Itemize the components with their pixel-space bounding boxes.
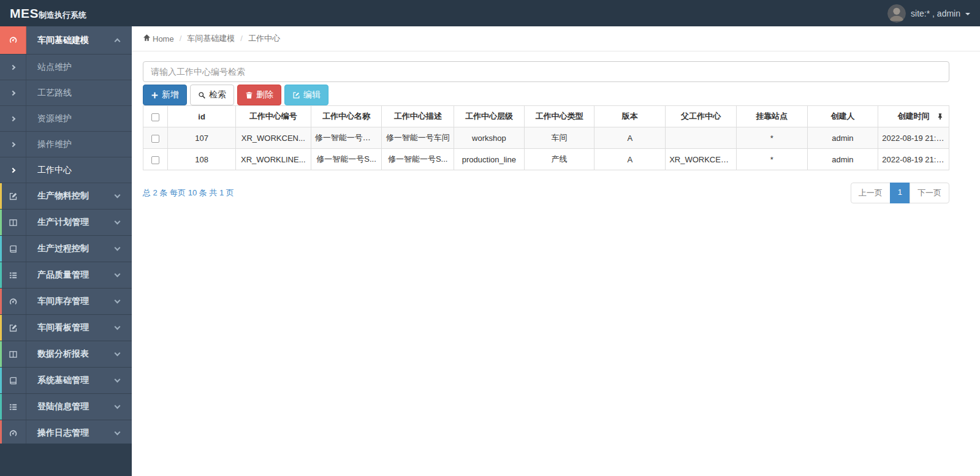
list-icon [0, 394, 26, 420]
sidebar-group-3[interactable]: 生产过程控制 [0, 236, 132, 262]
pencil-icon [0, 315, 26, 341]
sidebar-group-label: 车间看板管理 [26, 322, 115, 333]
breadcrumb-home[interactable]: Home [143, 34, 174, 43]
table-row: 108XR_WORKLINE...修一智能一号S...修一智能一号S...pro… [143, 149, 949, 170]
table-header: id工作中心编号工作中心名称工作中心描述工作中心层级工作中心类型版本父工作中心挂… [143, 106, 949, 127]
accent-strip [0, 183, 2, 209]
sidebar-item-0-3[interactable]: 操作维护 [0, 132, 132, 157]
sidebar-group-5[interactable]: 车间库存管理 [0, 289, 132, 315]
sidebar-item-label: 站点维护 [26, 62, 72, 73]
topbar: MES制造执行系统 site:* , admin [0, 0, 980, 26]
select-all-cell [143, 106, 168, 127]
sidebar-group-label: 产品质量管理 [26, 270, 115, 281]
breadcrumb-item: 工作中心 [248, 34, 280, 43]
sidebar-group-8[interactable]: 系统基础管理 [0, 368, 132, 394]
column-header: 工作中心层级 [454, 106, 525, 127]
chevron-down-icon [115, 429, 121, 435]
sidebar-item-label: 工艺路线 [26, 88, 72, 99]
sidebar-item-0-2[interactable]: 资源维护 [0, 106, 132, 132]
sidebar-group-label: 生产过程控制 [26, 243, 115, 254]
sidebar-group-6[interactable]: 车间看板管理 [0, 315, 132, 341]
chevron-down-icon [115, 402, 121, 409]
row-select-cell [143, 149, 168, 170]
pencil-icon [0, 183, 26, 209]
chevron-right-icon [0, 80, 26, 105]
table-cell: * [736, 149, 807, 170]
table-cell: 修一智能一号S... [382, 149, 454, 170]
table-cell: 修一智能一号S... [311, 149, 382, 170]
sidebar-group-7[interactable]: 数据分析报表 [0, 341, 132, 368]
accent-strip [0, 341, 2, 367]
accent-strip [0, 394, 2, 420]
sidebar-group-1[interactable]: 生产物料控制 [0, 183, 132, 210]
row-checkbox[interactable] [151, 135, 159, 143]
dashboard-icon [0, 26, 26, 54]
edit-button[interactable]: 编辑 [284, 85, 329, 105]
user-menu[interactable]: site:* , admin [887, 4, 970, 23]
chevron-right-icon [0, 106, 26, 131]
table-cell: 修一智能一号车间 [382, 127, 454, 149]
delete-button[interactable]: 删除 [237, 85, 281, 105]
page-prev[interactable]: 上一页 [851, 183, 891, 203]
select-all-checkbox[interactable] [151, 113, 159, 121]
sidebar-group-10[interactable]: 操作日志管理 [0, 420, 132, 444]
sidebar-group-0[interactable]: 车间基础建模 [0, 26, 132, 55]
sidebar-item-0-1[interactable]: 工艺路线 [0, 80, 132, 106]
row-select-cell [143, 127, 168, 149]
sidebar-item-0-4[interactable]: 工作中心 [0, 157, 132, 183]
table-cell: XR_WORKCEN... [235, 127, 311, 149]
chevron-down-icon [115, 218, 121, 224]
sidebar-group-label: 生产物料控制 [26, 191, 115, 202]
column-header: 创建人 [807, 106, 878, 127]
add-button[interactable]: 新增 [143, 85, 187, 105]
table-cell: * [736, 127, 807, 149]
breadcrumb-item[interactable]: 车间基础建模 [187, 34, 235, 43]
dashboard-icon [0, 289, 26, 314]
page-next[interactable]: 下一页 [910, 183, 949, 203]
sidebar-item-label: 操作维护 [26, 139, 72, 150]
column-header: 工作中心类型 [524, 106, 594, 127]
logo-text: 制造执行系统 [39, 10, 86, 21]
sidebar-group-9[interactable]: 登陆信息管理 [0, 394, 132, 420]
chevron-down-icon [115, 192, 121, 198]
breadcrumb-home-link[interactable]: Home [153, 34, 174, 43]
table-cell: XR_WORKCEN... [666, 149, 737, 170]
column-header: 挂靠站点 [736, 106, 807, 127]
table-body: 107XR_WORKCEN...修一智能一号车间修一智能一号车间workshop… [143, 127, 949, 170]
chevron-down-icon [115, 244, 121, 251]
page-current[interactable]: 1 [890, 183, 910, 203]
sidebar-group-4[interactable]: 产品质量管理 [0, 262, 132, 289]
table-cell: 2022-08-19 21:1... [878, 149, 949, 170]
column-header: 工作中心描述 [382, 106, 454, 127]
table-cell: 108 [168, 149, 236, 170]
table-cell: production_line [454, 149, 525, 170]
table-cell: admin [807, 149, 878, 170]
search-input[interactable] [143, 61, 949, 82]
dashboard-icon [0, 420, 26, 444]
pagination-summary: 总 2 条 每页 10 条 共 1 页 [143, 187, 234, 198]
breadcrumb-trail: /车间基础建模/工作中心 [174, 33, 280, 44]
accent-strip [0, 368, 2, 393]
button-label: 删除 [256, 89, 273, 100]
user-avatar [887, 4, 906, 23]
table-cell: 2022-08-19 21:1... [878, 127, 949, 149]
column-header: 父工作中心 [666, 106, 737, 127]
chevron-up-icon [115, 39, 121, 45]
table-cell: 修一智能一号车间 [311, 127, 382, 149]
row-checkbox[interactable] [151, 156, 159, 164]
plus-icon [151, 91, 159, 99]
pin-icon[interactable] [936, 113, 944, 120]
table-cell: 107 [168, 127, 236, 149]
workcenter-table: id工作中心编号工作中心名称工作中心描述工作中心层级工作中心类型版本父工作中心挂… [143, 105, 949, 170]
chevron-down-icon [115, 376, 121, 382]
app-logo: MES制造执行系统 [10, 6, 86, 21]
search-button[interactable]: 检索 [190, 85, 234, 105]
column-header: 版本 [594, 106, 666, 127]
chevron-right-icon [0, 157, 26, 183]
sidebar-group-label: 生产计划管理 [26, 217, 115, 228]
sidebar-group-2[interactable]: 生产计划管理 [0, 210, 132, 236]
table-cell: A [594, 149, 666, 170]
column-header: id [168, 106, 236, 127]
button-label: 检索 [209, 89, 226, 100]
sidebar-item-0-0[interactable]: 站点维护 [0, 55, 132, 80]
